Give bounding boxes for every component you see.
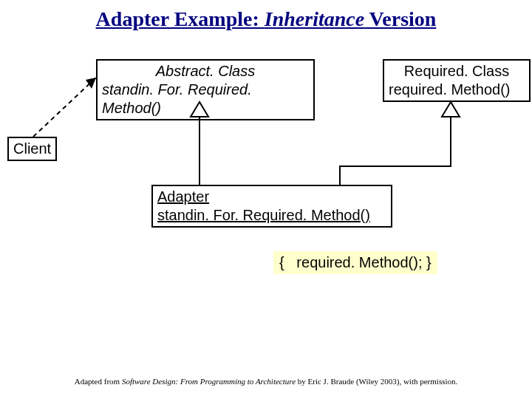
slide-title: Adapter Example: Inheritance Version — [0, 7, 532, 31]
required-class-box: Required. Class required. Method() — [383, 59, 531, 102]
dependency-arrow — [33, 78, 96, 137]
title-part2: Inheritance — [265, 7, 364, 30]
citation-post: by Eric J. Braude (Wiley 2003), with per… — [296, 377, 457, 386]
abstract-class-box: Abstract. Class standin. For. Required. … — [96, 59, 315, 120]
note-body: required. Method(); } — [296, 254, 431, 270]
svg-marker-3 — [442, 102, 460, 117]
note-box: { required. Method(); } — [273, 251, 437, 274]
svg-marker-1 — [86, 78, 96, 89]
abstract-class-name: Abstract. Class — [102, 62, 309, 81]
svg-line-0 — [33, 78, 96, 137]
title-part3: Version — [364, 7, 436, 30]
client-name: Client — [13, 140, 51, 158]
citation-pre: Adapted from — [75, 377, 122, 386]
adapter-method: standin. For. Required. Method() — [157, 206, 386, 225]
adapter-box: Adapter standin. For. Required. Method() — [151, 185, 392, 228]
required-class-method: required. Method() — [389, 81, 525, 99]
citation: Adapted from Software Design: From Progr… — [0, 377, 532, 386]
abstract-class-method: standin. For. Required. Method() — [102, 81, 309, 117]
adapter-class-name: Adapter — [157, 188, 386, 206]
required-generalization-arrowhead — [442, 102, 460, 117]
citation-book: Software Design: From Programming to Arc… — [122, 377, 296, 386]
client-box: Client — [7, 137, 57, 161]
adapter-to-required-line — [340, 117, 451, 185]
required-class-name: Required. Class — [389, 62, 525, 81]
title-part1: Adapter Example: — [96, 7, 265, 30]
note-open-brace: { — [279, 254, 284, 270]
